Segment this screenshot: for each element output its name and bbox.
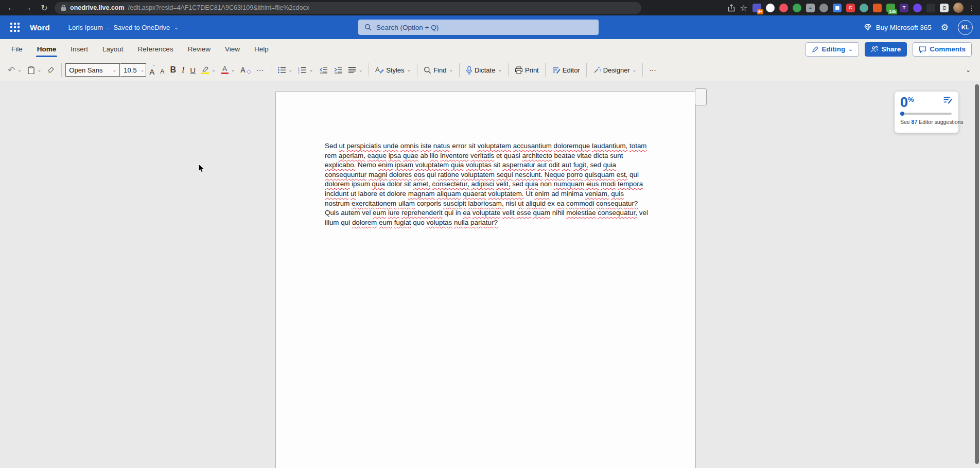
misspelled-word[interactable]: veniam, xyxy=(585,190,609,197)
menu-tab-home[interactable]: Home xyxy=(30,39,64,59)
word[interactable]: sunt xyxy=(610,152,623,159)
word[interactable]: qui xyxy=(629,171,639,178)
editor-score-card[interactable]: 0% See 87 Editor suggestions xyxy=(895,92,958,133)
misspelled-word[interactable]: ratione xyxy=(438,171,459,178)
numbering-button[interactable]: 123 ⌄ xyxy=(295,62,316,78)
misspelled-word[interactable]: accusantium xyxy=(513,142,552,150)
misspelled-word[interactable]: laboriosam, xyxy=(468,200,503,207)
search-input[interactable]: Search (Option + Q) xyxy=(358,20,599,35)
word[interactable]: quasi xyxy=(504,152,520,159)
misspelled-word[interactable]: consequuntur xyxy=(325,171,366,178)
word[interactable]: sed xyxy=(512,180,523,188)
misspelled-word[interactable]: quam xyxy=(533,209,550,217)
word[interactable]: vel xyxy=(362,209,371,217)
misspelled-word[interactable]: illo xyxy=(430,152,438,159)
misspelled-word[interactable]: nulla xyxy=(454,219,468,226)
share-page-icon[interactable] xyxy=(728,4,735,12)
collapse-ribbon-icon[interactable]: ⌄ xyxy=(961,66,975,74)
word[interactable]: ad xyxy=(551,190,559,197)
save-status[interactable]: Saved to OneDrive xyxy=(113,24,170,31)
misspelled-word[interactable]: natus xyxy=(433,142,450,150)
misspelled-word[interactable]: fugiat xyxy=(394,219,411,226)
alignment-button[interactable]: ⌄ xyxy=(345,62,365,78)
misspelled-word[interactable]: voluptatem xyxy=(461,171,495,178)
format-painter-button[interactable] xyxy=(44,62,58,78)
editor-button[interactable]: Editor xyxy=(549,62,583,78)
misspelled-word[interactable]: quia xyxy=(451,161,464,169)
word[interactable]: Nemo xyxy=(358,161,376,169)
word[interactable]: et xyxy=(379,190,385,197)
browser-profile-avatar[interactable] xyxy=(953,3,964,13)
ext-counter-icon[interactable]: 5.6k xyxy=(886,4,895,12)
word[interactable]: ex xyxy=(548,200,555,207)
browser-reload-button[interactable]: ↻ xyxy=(38,3,50,13)
misspelled-word[interactable]: porro xyxy=(567,171,583,178)
browser-forward-button[interactable]: → xyxy=(22,3,34,12)
misspelled-word[interactable]: voluptatem. xyxy=(488,190,523,197)
misspelled-word[interactable]: incidunt xyxy=(325,190,348,197)
print-button[interactable]: Print xyxy=(512,62,541,78)
word[interactable]: in xyxy=(456,209,461,217)
word[interactable]: dolore xyxy=(387,190,406,197)
word[interactable]: rem xyxy=(325,152,337,159)
find-button[interactable]: Find ⌄ xyxy=(421,62,456,78)
misspelled-word[interactable]: numquam xyxy=(554,180,585,188)
ext-tab-t-icon[interactable]: T xyxy=(900,4,908,12)
misspelled-word[interactable]: enim xyxy=(378,161,393,169)
word[interactable]: ab xyxy=(420,152,428,159)
misspelled-word[interactable]: perspiciatis xyxy=(346,142,381,150)
vertical-scrollbar[interactable] xyxy=(974,81,980,468)
misspelled-word[interactable]: magni xyxy=(369,171,387,178)
misspelled-word[interactable]: consequatur? xyxy=(596,200,638,207)
share-button[interactable]: Share xyxy=(865,42,907,57)
document-title[interactable]: Loris Ipsum xyxy=(68,24,103,31)
document-page[interactable]: Sed ut perspiciatis unde omnis iste natu… xyxy=(275,92,696,468)
shrink-font-button[interactable]: ˇA xyxy=(157,62,167,78)
undo-button[interactable]: ↶⌄ xyxy=(5,62,24,78)
word[interactable]: Sed xyxy=(325,142,337,150)
word[interactable]: qui xyxy=(444,209,453,217)
word[interactable]: et xyxy=(496,152,502,159)
misspelled-word[interactable]: eaque xyxy=(367,152,387,159)
ext-teal-dot-icon[interactable] xyxy=(860,4,868,12)
ext-camera-icon[interactable]: ▣ xyxy=(833,4,842,12)
word[interactable]: sit xyxy=(404,180,411,188)
misspelled-word[interactable]: ipsa xyxy=(389,152,401,159)
misspelled-word[interactable]: ea xyxy=(556,200,564,207)
paste-button[interactable]: ⌄ xyxy=(25,62,44,78)
italic-button[interactable]: I xyxy=(179,62,187,78)
word[interactable]: vitae xyxy=(577,152,591,159)
misspelled-word[interactable]: ipsam xyxy=(395,161,413,169)
misspelled-word[interactable]: sequi xyxy=(497,171,513,178)
misspelled-word[interactable]: quia xyxy=(372,180,385,188)
misspelled-word[interactable]: dolorem xyxy=(352,219,377,226)
misspelled-word[interactable]: quisquam xyxy=(585,171,615,178)
word[interactable]: minima xyxy=(561,190,583,197)
font-overflow-button[interactable]: ⋯ xyxy=(254,62,267,78)
styles-button[interactable]: A Styles ⌄ xyxy=(373,62,413,78)
misspelled-word[interactable]: voluptatem xyxy=(415,161,449,169)
misspelled-word[interactable]: nesciunt. xyxy=(515,171,542,178)
word[interactable]: dolor xyxy=(387,180,402,188)
browser-menu-icon[interactable]: ⋮ xyxy=(968,4,975,12)
ext-puzzle-icon[interactable] xyxy=(926,4,935,12)
designer-button[interactable]: Designer ⌄ xyxy=(590,62,639,78)
menu-tab-help[interactable]: Help xyxy=(247,39,276,59)
bookmark-star-icon[interactable]: ☆ xyxy=(740,3,748,13)
misspelled-word[interactable]: amet, xyxy=(413,180,430,188)
misspelled-word[interactable]: suscipit xyxy=(443,200,466,207)
misspelled-word[interactable]: magnam xyxy=(408,190,435,197)
misspelled-word[interactable]: esse xyxy=(516,209,531,217)
misspelled-word[interactable]: enim xyxy=(534,190,549,197)
ext-stripes-icon[interactable]: ≡ xyxy=(806,4,815,12)
ext-red-pill-icon[interactable] xyxy=(779,4,788,12)
misspelled-word[interactable]: quae xyxy=(403,152,418,159)
word[interactable]: vel xyxy=(639,209,648,217)
highlight-button[interactable]: ⌄ xyxy=(199,62,218,78)
misspelled-word[interactable]: aspernatur xyxy=(502,161,535,169)
word[interactable]: Ut xyxy=(526,190,532,197)
misspelled-word[interactable]: aperiam, xyxy=(339,152,365,159)
dictate-button[interactable]: Dictate ⌄ xyxy=(463,62,504,78)
menu-tab-view[interactable]: View xyxy=(218,39,247,59)
word[interactable]: quo xyxy=(413,219,424,226)
